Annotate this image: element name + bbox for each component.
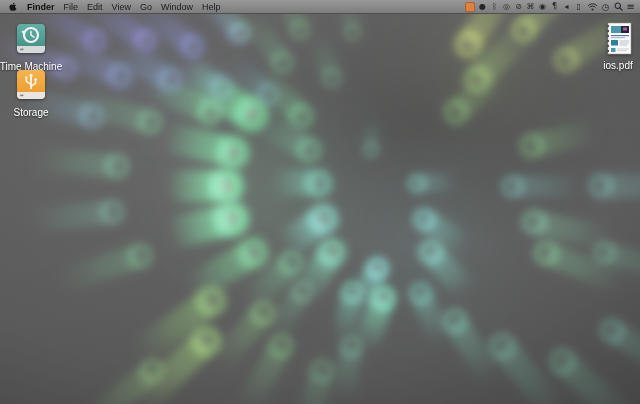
desktop-wallpaper — [0, 0, 640, 404]
menu-bar: Finder File Edit View Go Window Help ● ᛒ… — [0, 0, 640, 14]
icon-label: ios.pdf — [603, 60, 632, 71]
sync-icon[interactable]: ⊘ — [515, 1, 523, 13]
time-machine-drive-icon — [13, 22, 49, 60]
menu-bar-status-area: ● ᛒ ◎ ⊘ ⌘ ◉ ¶ ◂ ▯ ◷ ≡ — [465, 1, 640, 13]
usb-drive-icon — [13, 68, 49, 106]
icon-label: Storage — [13, 107, 48, 118]
clock-icon[interactable]: ◷ — [602, 1, 610, 13]
eject-icon[interactable]: ◎ — [503, 1, 511, 13]
user-menu-icon[interactable]: ◉ — [539, 1, 547, 13]
menu-item-window[interactable]: Window — [161, 2, 193, 12]
menu-item-finder[interactable]: Finder — [27, 2, 55, 12]
macos-desktop: Finder File Edit View Go Window Help ● ᛒ… — [0, 0, 640, 404]
apple-menu-icon[interactable] — [8, 1, 18, 12]
input-menu-icon[interactable]: ¶ — [551, 1, 559, 13]
volume-icon[interactable]: ◂ — [563, 1, 571, 13]
pdf-document-icon — [605, 22, 632, 59]
spotlight-icon[interactable] — [614, 1, 623, 13]
bluetooth-icon[interactable]: ᛒ — [491, 1, 499, 13]
keyboard-shortcut-icon[interactable]: ⌘ — [527, 1, 535, 13]
display-icon[interactable]: ▯ — [575, 1, 583, 13]
menu-item-file[interactable]: File — [64, 2, 79, 12]
notification-center-icon[interactable]: ≡ — [627, 1, 635, 13]
desktop-icon-time-machine[interactable]: Time Machine — [0, 22, 63, 72]
desktop-icon-ios-pdf[interactable]: ios.pdf — [586, 22, 640, 71]
menu-item-help[interactable]: Help — [202, 2, 221, 12]
menu-item-edit[interactable]: Edit — [87, 2, 103, 12]
dot-status-icon[interactable]: ● — [479, 1, 487, 13]
wifi-icon[interactable] — [587, 1, 598, 13]
orange-app-icon[interactable] — [465, 1, 475, 13]
menu-item-view[interactable]: View — [112, 2, 131, 12]
desktop-icon-storage[interactable]: Storage — [0, 68, 63, 118]
menu-bar-left: Finder File Edit View Go Window Help — [0, 1, 220, 12]
menu-item-go[interactable]: Go — [140, 2, 152, 12]
